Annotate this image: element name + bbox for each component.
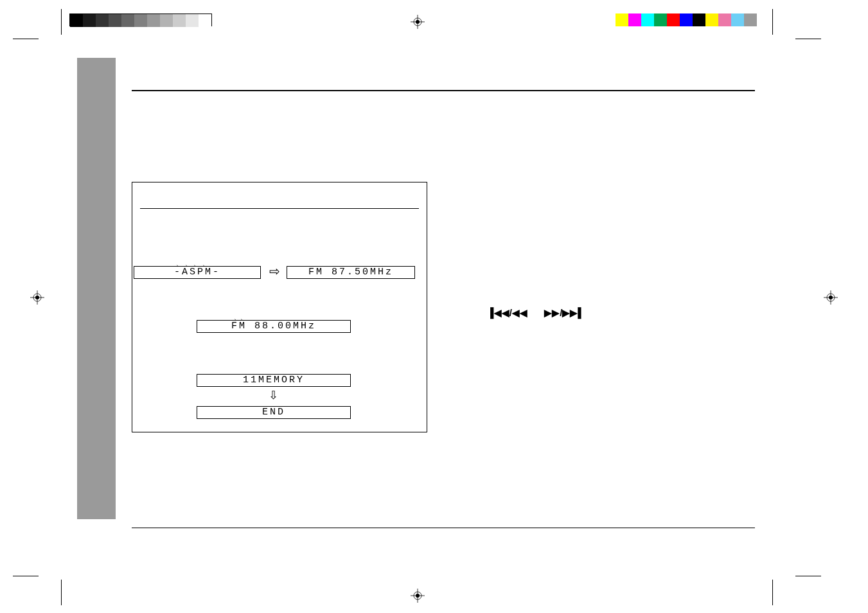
page-tab xyxy=(77,58,116,519)
swatch xyxy=(667,13,680,26)
crop-mark xyxy=(13,39,39,39)
swatch xyxy=(693,13,705,26)
swatch xyxy=(641,13,654,26)
swatch xyxy=(70,14,83,27)
lcd-memory-count: 11MEMORY xyxy=(197,374,351,387)
crop-mark xyxy=(61,9,62,35)
prev-track-icon: ▐◀◀/◀◀ xyxy=(487,307,527,318)
transport-buttons-label: ▐◀◀/◀◀ ▶▶/▶▶▌ xyxy=(487,307,585,319)
crop-mark xyxy=(13,576,39,576)
swatch xyxy=(134,14,147,27)
registration-mark-top xyxy=(411,15,425,29)
next-track-icon: ▶▶/▶▶▌ xyxy=(544,307,585,318)
aspm-sequence-diagram: 、 、 、 、 -ASPM- ⇨ FM 87.50MHz 、、 FM 88.00… xyxy=(132,182,427,432)
swatch xyxy=(109,14,121,27)
crop-mark xyxy=(772,9,773,35)
swatch xyxy=(705,13,718,26)
crop-mark xyxy=(795,39,821,39)
swatch xyxy=(616,13,628,26)
swatch xyxy=(628,13,641,26)
swatch xyxy=(680,13,693,26)
lcd-fm-start: FM 87.50MHz xyxy=(287,266,415,279)
greyscale-colorbar xyxy=(69,13,212,26)
lcd-fm-found: FM 88.00MHz xyxy=(197,320,351,333)
registration-mark-bottom xyxy=(411,589,425,603)
swatch xyxy=(731,13,744,26)
registration-mark-right xyxy=(824,290,838,305)
swatch xyxy=(744,13,757,26)
lcd-end: END xyxy=(197,406,351,419)
crop-mark xyxy=(772,580,773,605)
swatch xyxy=(173,14,186,27)
swatch xyxy=(186,14,199,27)
arrow-right-icon: ⇨ xyxy=(269,265,280,278)
swatch xyxy=(199,14,211,27)
divider xyxy=(132,90,755,91)
registration-mark-left xyxy=(30,290,44,305)
arrow-down-icon: ⇩ xyxy=(269,389,278,401)
swatch xyxy=(121,14,134,27)
swatch xyxy=(147,14,160,27)
divider xyxy=(132,528,755,528)
swatch xyxy=(654,13,667,26)
process-colorbar xyxy=(616,13,757,26)
lcd-aspm: -ASPM- xyxy=(134,266,261,279)
swatch xyxy=(96,14,109,27)
swatch xyxy=(718,13,731,26)
crop-mark xyxy=(795,576,821,576)
swatch xyxy=(83,14,96,27)
swatch xyxy=(160,14,173,27)
divider xyxy=(140,208,419,209)
crop-mark xyxy=(61,580,62,605)
